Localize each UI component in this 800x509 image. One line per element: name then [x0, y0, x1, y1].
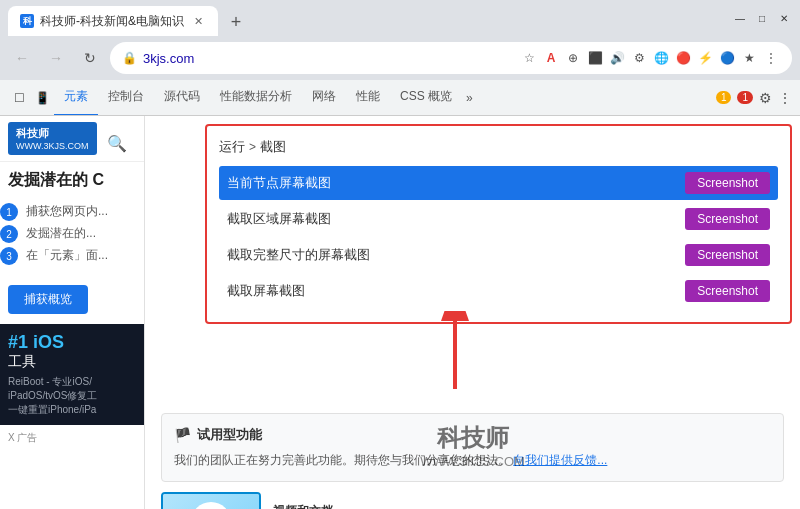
extension2-icon[interactable]: ⬛ — [586, 49, 604, 67]
popup-row-3[interactable]: 截取完整尺寸的屏幕截图 Screenshot — [219, 238, 778, 272]
popup-row-2[interactable]: 截取区域屏幕截图 Screenshot — [219, 202, 778, 236]
tab-elements[interactable]: 元素 — [54, 80, 98, 116]
tab-perf[interactable]: 性能 — [346, 80, 390, 116]
star-icon[interactable]: ★ — [740, 49, 758, 67]
tab-sources[interactable]: 源代码 — [154, 80, 210, 116]
tab-console[interactable]: 控制台 — [98, 80, 154, 116]
logo-subtitle: WWW.3KJS.COM — [16, 141, 89, 151]
search-icon[interactable]: 🔍 — [107, 135, 127, 152]
trial-title-text: 试用型功能 — [197, 426, 262, 444]
profile-icon[interactable]: A — [542, 49, 560, 67]
devtools-right: 1 1 ⚙ ⋮ — [716, 90, 792, 106]
extension6-icon[interactable]: 🔴 — [674, 49, 692, 67]
sidebar: 科技师 WWW.3KJS.COM 🔍 发掘潜在的 C 1 捕获您网页内... 2… — [0, 116, 145, 509]
menu-icon[interactable]: ⋮ — [762, 49, 780, 67]
popup-row-1[interactable]: 当前节点屏幕截图 Screenshot — [219, 166, 778, 200]
popup-run-text: 运行 — [219, 138, 245, 156]
forward-btn[interactable]: → — [42, 44, 70, 72]
bookmark-icon[interactable]: ☆ — [520, 49, 538, 67]
popup-header: 运行 > 截图 — [219, 138, 778, 156]
inspect-icon[interactable]: ☐ — [8, 91, 31, 105]
url-text: 3kjs.com — [143, 51, 514, 66]
popup-box: 运行 > 截图 当前节点屏幕截图 Screenshot 截取区域屏幕截图 Scr… — [205, 124, 792, 324]
trial-flag-icon: 🏴 — [174, 427, 191, 443]
num-list: 1 捕获您网页内... 2 发掘潜在的... 3 在「元素」面... — [0, 199, 144, 273]
reload-btn[interactable]: ↻ — [76, 44, 104, 72]
list-item-1: 1 捕获您网页内... — [0, 203, 144, 221]
tab-favicon: 科 — [20, 14, 34, 28]
trial-link[interactable]: 向我们提供反馈... — [513, 453, 607, 467]
video-section: ▶ 视频和文档 快速入门：开始使用页面和 □ — [161, 492, 784, 509]
popup-row-2-label: 截取区域屏幕截图 — [227, 210, 331, 228]
screenshot-btn-4[interactable]: Screenshot — [685, 280, 770, 302]
num-3: 3 — [0, 247, 18, 265]
more-tabs-icon[interactable]: » — [462, 91, 477, 105]
warning-badge: 1 — [716, 91, 732, 104]
item-3-text: 在「元素」面... — [26, 247, 108, 265]
num-2: 2 — [0, 225, 18, 243]
new-tab-button[interactable]: + — [222, 8, 250, 36]
close-btn[interactable]: ✕ — [776, 10, 792, 26]
capture-overview-btn[interactable]: 捕获概览 — [8, 285, 88, 314]
minimize-btn[interactable]: — — [732, 10, 748, 26]
device-icon[interactable]: 📱 — [31, 91, 54, 105]
back-btn[interactable]: ← — [8, 44, 36, 72]
extension4-icon[interactable]: ⚙ — [630, 49, 648, 67]
ad-title: #1 iOS — [8, 332, 136, 353]
tab-css-overview[interactable]: CSS 概览 — [390, 80, 462, 116]
address-icons: ☆ A ⊕ ⬛ 🔊 ⚙ 🌐 🔴 ⚡ 🔵 ★ ⋮ — [520, 49, 780, 67]
extension-icon[interactable]: ⊕ — [564, 49, 582, 67]
popup-arrow-icon: > — [249, 140, 256, 154]
extension7-icon[interactable]: ⚡ — [696, 49, 714, 67]
tab-title: 科技师-科技新闻&电脑知识 — [40, 13, 184, 30]
list-item-3: 3 在「元素」面... — [0, 247, 144, 265]
page-main: 运行 > 截图 当前节点屏幕截图 Screenshot 截取区域屏幕截图 Scr… — [145, 116, 800, 509]
extension8-icon[interactable]: 🔵 — [718, 49, 736, 67]
browser-frame: 科 科技师-科技新闻&电脑知识 ✕ + — □ ✕ ← → ↻ 🔒 3kjs.c… — [0, 0, 800, 509]
ad-detail: ReiBoot - 专业iOS/iPadOS/tvOS修复工一键重置iPhone… — [8, 375, 136, 417]
tab-area: 科 科技师-科技新闻&电脑知识 ✕ + — [8, 0, 726, 36]
popup-overlay: 运行 > 截图 当前节点屏幕截图 Screenshot 截取区域屏幕截图 Scr… — [145, 116, 800, 509]
devtools-settings-icon[interactable]: ⚙ — [759, 90, 772, 106]
maximize-btn[interactable]: □ — [754, 10, 770, 26]
nav-bar: ← → ↻ 🔒 3kjs.com ☆ A ⊕ ⬛ 🔊 ⚙ 🌐 🔴 ⚡ 🔵 ★ ⋮ — [0, 36, 800, 80]
item-2-text: 发掘潜在的... — [26, 225, 96, 243]
watermark: 科技师 WWW.3KJS.COM — [420, 422, 525, 469]
screenshot-btn-3[interactable]: Screenshot — [685, 244, 770, 266]
item-1-text: 捕获您网页内... — [26, 203, 108, 221]
error-badge: 1 — [737, 91, 753, 104]
title-bar: 科 科技师-科技新闻&电脑知识 ✕ + — □ ✕ — [0, 0, 800, 36]
screenshot-btn-1[interactable]: Screenshot — [685, 172, 770, 194]
sidebar-logo-area: 科技师 WWW.3KJS.COM 🔍 — [0, 116, 144, 162]
tab-performance-insights[interactable]: 性能数据分析 — [210, 80, 302, 116]
ad-sub: 工具 — [8, 353, 136, 371]
tab-network[interactable]: 网络 — [302, 80, 346, 116]
red-arrow — [425, 311, 485, 395]
num-1: 1 — [0, 203, 18, 221]
logo-box: 科技师 WWW.3KJS.COM — [8, 122, 97, 155]
devtools-bar: ☐ 📱 元素 控制台 源代码 性能数据分析 网络 性能 CSS 概览 » 1 1… — [0, 80, 800, 116]
active-tab[interactable]: 科 科技师-科技新闻&电脑知识 ✕ — [8, 6, 218, 36]
tab-close-btn[interactable]: ✕ — [190, 13, 206, 29]
popup-row-4-label: 截取屏幕截图 — [227, 282, 305, 300]
ad-label-text: 广告 — [17, 432, 37, 443]
address-bar[interactable]: 🔒 3kjs.com ☆ A ⊕ ⬛ 🔊 ⚙ 🌐 🔴 ⚡ 🔵 ★ ⋮ — [110, 42, 792, 74]
logo-title: 科技师 — [16, 126, 89, 141]
capture-btn-wrapper: 捕获概览 — [0, 273, 144, 320]
window-controls: — □ ✕ — [732, 10, 792, 26]
popup-row-1-label: 当前节点屏幕截图 — [227, 174, 331, 192]
popup-row-3-label: 截取完整尺寸的屏幕截图 — [227, 246, 370, 264]
popup-row-4[interactable]: 截取屏幕截图 Screenshot — [219, 274, 778, 308]
sidebar-ad: #1 iOS 工具 ReiBoot - 专业iOS/iPadOS/tvOS修复工… — [0, 324, 144, 425]
video-thumbnail[interactable]: ▶ — [161, 492, 261, 509]
video-title: 视频和文档 — [273, 503, 427, 509]
devtools-more-icon[interactable]: ⋮ — [778, 90, 792, 106]
video-info: 视频和文档 快速入门：开始使用页面和 □ — [273, 503, 427, 509]
extension3-icon[interactable]: 🔊 — [608, 49, 626, 67]
ad-label: X 广告 — [0, 429, 144, 447]
extension5-icon[interactable]: 🌐 — [652, 49, 670, 67]
screenshot-btn-2[interactable]: Screenshot — [685, 208, 770, 230]
list-item-2: 2 发掘潜在的... — [0, 225, 144, 243]
sidebar-main-title: 发掘潜在的 C — [0, 162, 144, 199]
watermark-line2: WWW.3KJS.COM — [420, 454, 525, 469]
